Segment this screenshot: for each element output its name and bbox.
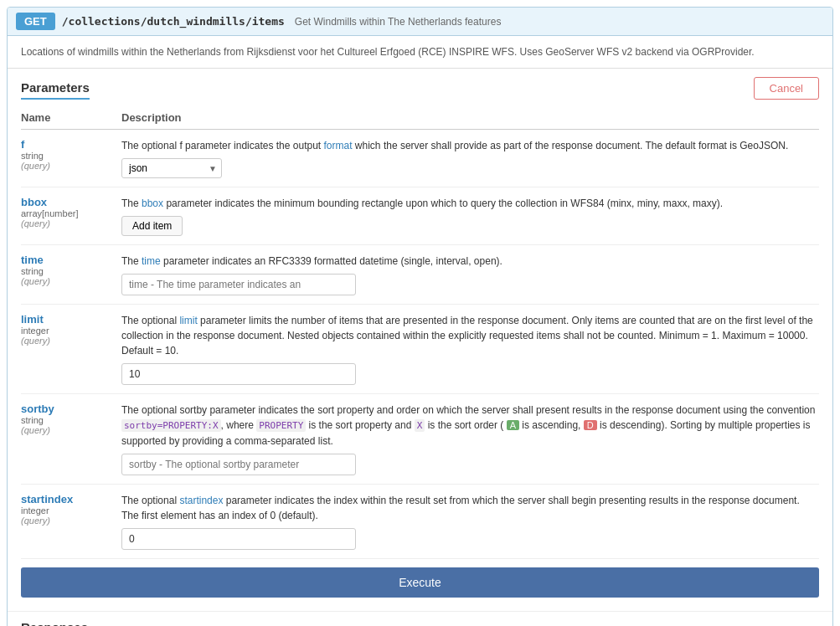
- param-name-col-f: f string (query): [21, 138, 121, 171]
- startindex-input[interactable]: [121, 528, 356, 550]
- param-type-f: string: [21, 151, 121, 161]
- param-location-f: (query): [21, 161, 121, 171]
- api-description: Locations of windmills within the Nether…: [8, 36, 832, 69]
- sortby-code-span: sortby=PROPERTY:X: [121, 419, 221, 432]
- responses-title: Responses: [21, 620, 819, 627]
- method-badge[interactable]: GET: [16, 13, 55, 30]
- param-desc-col-bbox: The bbox parameter indicates the minimum…: [121, 196, 819, 236]
- execute-button[interactable]: Execute: [21, 567, 819, 598]
- x-code-span: X: [415, 419, 425, 432]
- property-code-span: PROPERTY: [256, 419, 306, 432]
- a-badge: A: [507, 420, 519, 430]
- parameters-section: Parameters Cancel Name Description f str…: [8, 69, 832, 611]
- param-desc-col-limit: The optional limit parameter limits the …: [121, 313, 819, 385]
- param-name-limit: limit: [21, 313, 121, 326]
- param-row-time: time string (query) The time parameter i…: [21, 245, 819, 305]
- limit-input[interactable]: [121, 363, 356, 385]
- param-desc-col-f: The optional f parameter indicates the o…: [121, 138, 819, 178]
- param-name-col-sortby: sortby string (query): [21, 403, 121, 435]
- param-location-bbox: (query): [21, 218, 121, 228]
- param-type-limit: integer: [21, 326, 121, 336]
- param-desc-col-sortby: The optional sortby parameter indicates …: [121, 403, 819, 475]
- param-name-col-time: time string (query): [21, 254, 121, 286]
- param-name-col-bbox: bbox array[number] (query): [21, 196, 121, 228]
- params-header: Parameters Cancel: [21, 69, 819, 106]
- sortby-input[interactable]: [121, 454, 356, 475]
- cancel-button[interactable]: Cancel: [754, 77, 819, 100]
- param-name-f: f: [21, 138, 121, 151]
- param-desc-col-time: The time parameter indicates an RFC3339 …: [121, 254, 819, 295]
- param-type-time: string: [21, 266, 121, 276]
- time-input[interactable]: [121, 274, 356, 295]
- param-row-startindex: startindex integer (query) The optional …: [21, 485, 819, 559]
- param-row-f: f string (query) The optional f paramete…: [21, 130, 819, 187]
- param-desc-col-startindex: The optional startindex parameter indica…: [121, 493, 819, 550]
- param-desc-limit: The optional limit parameter limits the …: [121, 313, 819, 358]
- endpoint-description: Get Windmills within The Netherlands fea…: [295, 16, 502, 28]
- param-name-bbox: bbox: [21, 196, 121, 208]
- param-location-sortby: (query): [21, 425, 121, 435]
- param-location-time: (query): [21, 276, 121, 286]
- format-select[interactable]: json html geojson: [121, 158, 222, 178]
- param-name-time: time: [21, 254, 121, 266]
- param-type-startindex: integer: [21, 505, 121, 516]
- col-name-header: Name: [21, 111, 121, 124]
- add-item-button[interactable]: Add item: [121, 216, 183, 236]
- param-desc-time: The time parameter indicates an RFC3339 …: [121, 254, 819, 269]
- param-type-bbox: array[number]: [21, 208, 121, 218]
- param-name-col-startindex: startindex integer (query): [21, 493, 121, 526]
- format-select-wrap: json html geojson ▼: [121, 158, 222, 178]
- param-desc-sortby: The optional sortby parameter indicates …: [121, 403, 819, 449]
- col-description-header: Description: [121, 111, 819, 124]
- param-type-sortby: string: [21, 415, 121, 425]
- d-badge: D: [584, 420, 597, 430]
- param-desc-bbox: The bbox parameter indicates the minimum…: [121, 196, 819, 211]
- table-header: Name Description: [21, 106, 819, 130]
- param-name-sortby: sortby: [21, 403, 121, 415]
- param-name-col-limit: limit integer (query): [21, 313, 121, 346]
- param-location-limit: (query): [21, 336, 121, 346]
- param-row-limit: limit integer (query) The optional limit…: [21, 305, 819, 394]
- param-desc-startindex: The optional startindex parameter indica…: [121, 493, 819, 523]
- param-location-startindex: (query): [21, 516, 121, 526]
- endpoint-header: GET /collections/dutch_windmills/items G…: [8, 8, 832, 36]
- params-title: Parameters: [21, 80, 90, 100]
- param-row-bbox: bbox array[number] (query) The bbox para…: [21, 187, 819, 245]
- param-desc-f: The optional f parameter indicates the o…: [121, 138, 819, 153]
- endpoint-path: /collections/dutch_windmills/items: [62, 15, 285, 28]
- param-name-startindex: startindex: [21, 493, 121, 505]
- param-row-sortby: sortby string (query) The optional sortb…: [21, 394, 819, 485]
- responses-section: Responses: [8, 611, 832, 627]
